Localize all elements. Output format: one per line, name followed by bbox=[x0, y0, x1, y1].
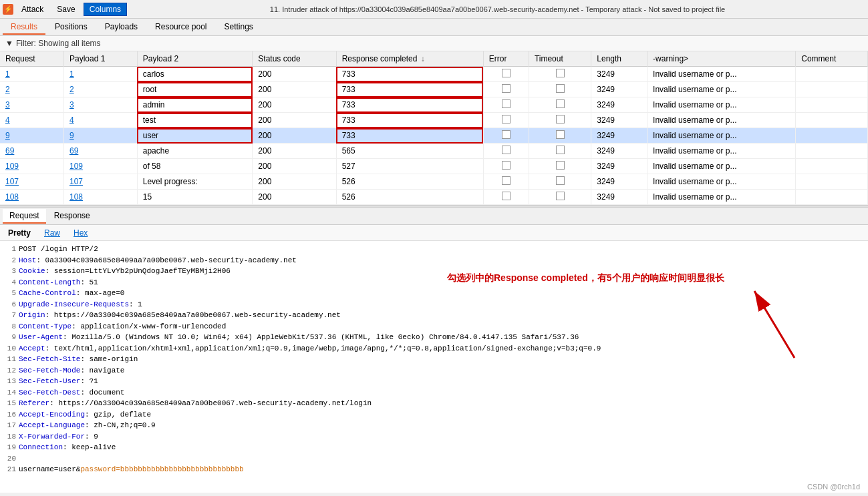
tab-positions[interactable]: Positions bbox=[47, 20, 96, 35]
table-row[interactable]: 6969apache2005653249Invalid username or … bbox=[0, 144, 868, 159]
filter-bar: ▼ Filter: Showing all items bbox=[0, 36, 868, 51]
cell-comment bbox=[796, 97, 868, 113]
col-payload1[interactable]: Payload 1 bbox=[63, 51, 137, 67]
cell-length: 3249 bbox=[591, 82, 647, 97]
code-line: 20 bbox=[5, 453, 863, 465]
results-table-pane: Request Payload 1 Payload 2 Status code … bbox=[0, 51, 868, 205]
col-payload2[interactable]: Payload 2 bbox=[137, 51, 253, 67]
error-checkbox[interactable] bbox=[502, 176, 511, 185]
line-content bbox=[19, 453, 863, 465]
save-menu[interactable]: Save bbox=[51, 3, 80, 15]
code-line: 18X-Forwarded-For: 9 bbox=[5, 431, 863, 443]
table-row[interactable]: 44test2007333249Invalid username or p... bbox=[0, 113, 868, 128]
error-checkbox[interactable] bbox=[502, 161, 511, 170]
timeout-checkbox[interactable] bbox=[556, 161, 565, 170]
timeout-checkbox[interactable] bbox=[556, 84, 565, 93]
col-request[interactable]: Request bbox=[0, 51, 63, 67]
table-row[interactable]: 99user2007333249Invalid username or p... bbox=[0, 128, 868, 144]
cell-payload2: 15 bbox=[137, 190, 253, 205]
table-row[interactable]: 109109of 582005273249Invalid username or… bbox=[0, 159, 868, 174]
tab-results[interactable]: Results bbox=[3, 20, 45, 35]
code-line: 17Accept-Language: zh-CN,zh;q=0.9 bbox=[5, 420, 863, 431]
cell-request[interactable]: 9 bbox=[0, 128, 63, 144]
cell-request[interactable]: 4 bbox=[0, 113, 63, 128]
timeout-checkbox[interactable] bbox=[556, 192, 565, 200]
cell-request[interactable]: 107 bbox=[0, 174, 63, 190]
line-content: Cookie: session=LttYLvYb2pUnQdogJaefTEyM… bbox=[19, 266, 863, 277]
col-status-code[interactable]: Status code bbox=[253, 51, 336, 67]
code-line: 13Sec-Fetch-User: ?1 bbox=[5, 376, 863, 387]
line-content: Sec-Fetch-Dest: document bbox=[19, 387, 863, 399]
line-content: Sec-Fetch-Site: same-origin bbox=[19, 354, 863, 365]
tab-settings[interactable]: Settings bbox=[216, 20, 261, 35]
line-number: 18 bbox=[5, 431, 16, 443]
columns-menu[interactable]: Columns bbox=[84, 3, 127, 16]
error-checkbox[interactable] bbox=[502, 69, 511, 77]
error-checkbox[interactable] bbox=[502, 192, 511, 200]
cell-request[interactable]: 108 bbox=[0, 190, 63, 205]
tab-request[interactable]: Request bbox=[3, 209, 46, 224]
table-row[interactable]: 22root2007333249Invalid username or p... bbox=[0, 82, 868, 97]
cell-request[interactable]: 1 bbox=[0, 67, 63, 82]
cell-payload2: apache bbox=[137, 144, 253, 159]
col-error[interactable]: Error bbox=[483, 51, 529, 67]
split-container: Request Payload 1 Payload 2 Status code … bbox=[0, 51, 868, 493]
error-checkbox[interactable] bbox=[502, 99, 511, 108]
table-row[interactable]: 33admin2007333249Invalid username or p..… bbox=[0, 97, 868, 113]
sub-tab-hex[interactable]: Hex bbox=[68, 227, 93, 239]
error-checkbox[interactable] bbox=[502, 146, 511, 154]
code-line: 21username=user&password=bbbbbbbbbbbbbbb… bbox=[5, 464, 863, 475]
line-content: username=user&password=bbbbbbbbbbbbbbbbb… bbox=[19, 464, 863, 475]
line-content: Accept-Encoding: gzip, deflate bbox=[19, 409, 863, 421]
sub-tab-bar: Pretty Raw Hex bbox=[0, 225, 868, 241]
cell-request[interactable]: 3 bbox=[0, 97, 63, 113]
error-checkbox[interactable] bbox=[502, 115, 511, 123]
cell-response-completed: 733 bbox=[336, 113, 483, 128]
col-response-completed[interactable]: Response completed ↓ bbox=[336, 51, 483, 67]
cell-payload1: 9 bbox=[63, 128, 137, 144]
line-number: 19 bbox=[5, 442, 16, 453]
timeout-checkbox[interactable] bbox=[556, 130, 565, 139]
line-content: Accept: text/html,application/xhtml+xml,… bbox=[19, 343, 863, 354]
cell-response-completed: 733 bbox=[336, 128, 483, 144]
timeout-checkbox[interactable] bbox=[556, 115, 565, 123]
timeout-checkbox[interactable] bbox=[556, 146, 565, 154]
line-number: 11 bbox=[5, 354, 16, 365]
cell-timeout bbox=[529, 97, 591, 113]
table-row[interactable]: 108108152005263249Invalid username or p.… bbox=[0, 190, 868, 205]
cell-request[interactable]: 2 bbox=[0, 82, 63, 97]
line-content: Content-Type: application/x-www-form-url… bbox=[19, 321, 863, 332]
tab-resource-pool[interactable]: Resource pool bbox=[147, 20, 214, 35]
cell-comment bbox=[796, 174, 868, 190]
cell-request[interactable]: 69 bbox=[0, 144, 63, 159]
timeout-checkbox[interactable] bbox=[556, 176, 565, 185]
cell-request[interactable]: 109 bbox=[0, 159, 63, 174]
line-number: 21 bbox=[5, 464, 16, 475]
code-line: 11Sec-Fetch-Site: same-origin bbox=[5, 354, 863, 365]
line-content: Sec-Fetch-User: ?1 bbox=[19, 376, 863, 387]
timeout-checkbox[interactable] bbox=[556, 69, 565, 77]
line-number: 7 bbox=[5, 310, 16, 321]
table-row[interactable]: 11carlos2007333249Invalid username or p.… bbox=[0, 67, 868, 82]
app-icon: ⚡ bbox=[3, 4, 13, 15]
tab-response[interactable]: Response bbox=[47, 209, 97, 224]
sub-tab-raw[interactable]: Raw bbox=[39, 227, 65, 239]
attack-menu[interactable]: Attack bbox=[16, 3, 49, 15]
tab-payloads[interactable]: Payloads bbox=[97, 20, 146, 35]
timeout-checkbox[interactable] bbox=[556, 99, 565, 108]
cell-comment bbox=[796, 159, 868, 174]
error-checkbox[interactable] bbox=[502, 84, 511, 93]
cell-comment bbox=[796, 82, 868, 97]
line-number: 17 bbox=[5, 420, 16, 431]
col-length[interactable]: Length bbox=[591, 51, 647, 67]
col-warning[interactable]: -warning> bbox=[647, 51, 796, 67]
cell-status-code: 200 bbox=[253, 128, 336, 144]
sort-down-icon: ↓ bbox=[421, 54, 425, 63]
col-timeout[interactable]: Timeout bbox=[529, 51, 591, 67]
cell-length: 3249 bbox=[591, 144, 647, 159]
error-checkbox[interactable] bbox=[502, 130, 511, 139]
cell-warning: Invalid username or p... bbox=[647, 97, 796, 113]
table-row[interactable]: 107107Level progress:2005263249Invalid u… bbox=[0, 174, 868, 190]
col-comment[interactable]: Comment bbox=[796, 51, 868, 67]
sub-tab-pretty[interactable]: Pretty bbox=[3, 227, 36, 239]
